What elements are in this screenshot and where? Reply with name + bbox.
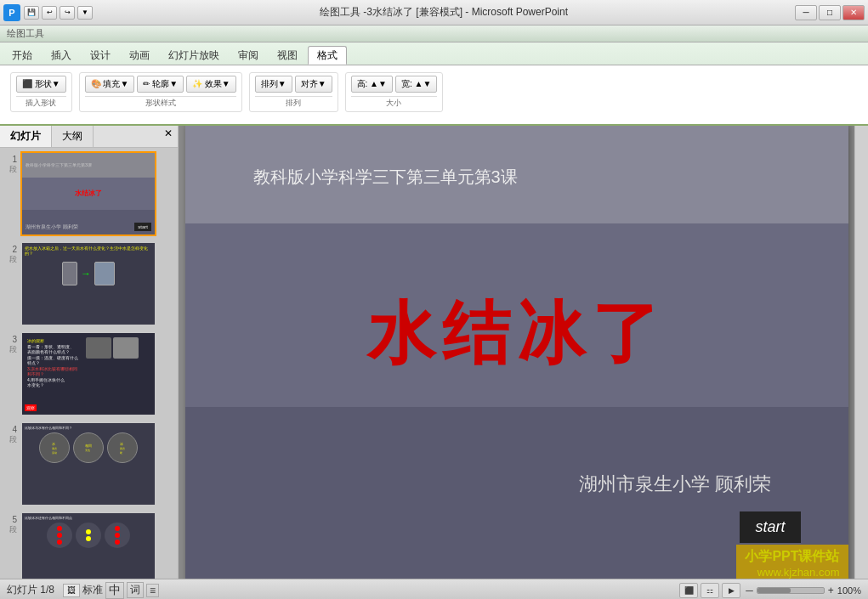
slide-5-dot2 (57, 533, 62, 538)
title-bar-left: P 💾 ↩ ↪ ▼ (3, 4, 93, 21)
slide-item-5[interactable]: 5 段 比较冰水还有什么相同和不同点 (3, 511, 174, 579)
tab-review[interactable]: 审阅 (230, 46, 267, 65)
status-word-label: 词 (127, 582, 144, 598)
slide-3-preview: 冰的观察 看一看：形状、透明度、表面颜色有什么特点？ 摸一摸：温度、硬度有什么 … (22, 333, 155, 415)
slide-2-glass (62, 262, 77, 285)
ribbon-group-insert-shapes: ⬛ 形状▼ 插入形状 (10, 72, 72, 112)
ribbon-content: ⬛ 形状▼ 插入形状 🎨 填充▼ ✏ 轮廓▼ ✨ 效果▼ 形状样式 排列▼ 对齐… (0, 65, 868, 124)
tab-slideshow[interactable]: 幻灯片放映 (160, 46, 228, 65)
width-input[interactable]: 宽: ▲▼ (395, 76, 437, 93)
shape-fill-btn[interactable]: 🎨 填充▼ (85, 76, 135, 93)
sidebar-tab-outline[interactable]: 大纲 (52, 126, 94, 147)
close-button[interactable]: ✕ (842, 5, 865, 20)
slide-author: 湖州市泉生小学 顾利荣 (579, 472, 771, 497)
ribbon-group-label-arrange: 排列 (255, 96, 332, 109)
arrange-row: 排列▼ 对齐▼ (255, 76, 332, 93)
sidebar-close-btn[interactable]: ✕ (159, 126, 178, 147)
slideshow-view-icon[interactable]: ▶ (722, 583, 740, 598)
slide-3-img2 (113, 337, 139, 359)
slide-5-item3 (105, 523, 130, 548)
slide-label-2: 段 (9, 254, 17, 265)
slide-container[interactable]: 教科版小学科学三下第三单元第3课 水结冰了 湖州市泉生小学 顾利荣 start … (185, 126, 848, 579)
slide-4-circle3-content: 冰 固态 硬 (120, 442, 125, 455)
sidebar-tab-slides[interactable]: 幻灯片 (0, 126, 52, 147)
ribbon-shapes-row: ⬛ 形状▼ (16, 76, 66, 93)
tab-start[interactable]: 开始 (3, 46, 41, 65)
maximize-button[interactable]: □ (819, 5, 841, 20)
save-quick-btn[interactable]: 💾 (24, 6, 39, 20)
status-bar: 幻灯片 1/8 🖼 标准 中 词 ≡ ⬛ ⚏ ▶ ─ + 100% (0, 579, 868, 599)
slide-num-4: 4 (3, 421, 17, 434)
zoom-minus[interactable]: ─ (746, 585, 753, 596)
slide-5-dot8 (115, 540, 120, 545)
redo-quick-btn[interactable]: ↪ (60, 6, 75, 20)
align-btn[interactable]: 对齐▼ (295, 76, 332, 93)
slide-3-badge: 观察 (25, 398, 37, 413)
slide-thumb-3[interactable]: 冰的观察 看一看：形状、透明度、表面颜色有什么特点？ 摸一摸：温度、硬度有什么 … (20, 331, 156, 416)
zoom-track[interactable] (757, 587, 825, 594)
minimize-button[interactable]: ─ (795, 5, 817, 20)
slide-5-item2-content (86, 529, 91, 541)
slide-label-3: 段 (9, 344, 17, 355)
quick-access-toolbar: 💾 ↩ ↪ ▼ (24, 6, 93, 20)
normal-view-icon[interactable]: ⬛ (679, 583, 698, 598)
slide-item-4[interactable]: 4 段 比较冰与水有什么相同和不同？ 水 液态 流动 (3, 421, 174, 506)
slide-5-dot5 (86, 536, 91, 541)
slide-item-3[interactable]: 3 段 冰的观察 看一看：形状、透明度、表面颜色有什么特点？ 摸一摸：温度、硬度… (3, 331, 174, 416)
slide-item-1[interactable]: 1 段 教科版小学科学三下第三单元第3课 水结冰了 湖州市泉生小学 顾利荣 st (3, 151, 174, 236)
slide-thumb-4[interactable]: 比较冰与水有什么相同和不同？ 水 液态 流动 (20, 421, 156, 506)
tab-animation[interactable]: 动画 (121, 46, 158, 65)
slide-item-2[interactable]: 2 段 把水放入冰箱之后，过一天后水有什么变化？生活中水是怎样变化的？ → (3, 241, 174, 326)
slide-4-circle2: 相同 无色 (73, 432, 104, 463)
tab-insert[interactable]: 插入 (43, 46, 80, 65)
slide-1-bot: 湖州市泉生小学 顾利荣 start (22, 210, 155, 235)
slide-view: 教科版小学科学三下第三单元第3课 水结冰了 湖州市泉生小学 顾利荣 start … (179, 126, 854, 579)
standard-icon: 🖼 (67, 585, 76, 595)
tab-design[interactable]: 设计 (82, 46, 119, 65)
slide-1-subtitle-thumb: 教科版小学科学三下第三单元第3课 (26, 162, 92, 167)
slide-5-item1-content (57, 526, 62, 545)
shapes-gallery-btn[interactable]: ⬛ 形状▼ (16, 76, 66, 93)
slide-5-dot6 (115, 526, 120, 531)
height-input[interactable]: 高: ▲▼ (351, 76, 393, 93)
slide-num-1: 1 (3, 151, 17, 164)
slide-5-item1 (47, 523, 72, 548)
slide-4-circle1: 水 液态 流动 (39, 432, 70, 463)
slide-5-dot7 (115, 533, 120, 538)
slides-panel[interactable]: 1 段 教科版小学科学三下第三单元第3课 水结冰了 湖州市泉生小学 顾利荣 st (0, 148, 178, 579)
undo-quick-btn[interactable]: ↩ (42, 6, 57, 20)
slide-5-row (25, 523, 152, 548)
slide-count-label: 幻灯片 1/8 (7, 583, 54, 597)
slide-num-5: 5 (3, 511, 17, 524)
slide-2-body: → (22, 258, 155, 289)
watermark-line1: 小学PPT课件站 (745, 548, 839, 566)
slide-1-mid: 水结冰了 (22, 178, 155, 210)
ribbon-group-shape-styles: 🎨 填充▼ ✏ 轮廓▼ ✨ 效果▼ 形状样式 (79, 72, 242, 112)
sorter-view-icon[interactable]: ⚏ (701, 583, 719, 598)
zoom-plus[interactable]: + (828, 585, 834, 596)
slide-1-preview: 教科版小学科学三下第三单元第3课 水结冰了 湖州市泉生小学 顾利荣 start (22, 153, 155, 235)
tab-view[interactable]: 视图 (269, 46, 306, 65)
slide-main-title[interactable]: 水结冰了 (185, 289, 848, 381)
right-scrollbar[interactable] (854, 126, 868, 579)
slide-5-item2 (76, 523, 101, 548)
slide-1-author-thumb: 湖州市泉生小学 顾利荣 (26, 223, 78, 231)
slide-2-ice (94, 262, 115, 285)
window-controls: ─ □ ✕ (795, 5, 865, 20)
app-icon: P (3, 4, 20, 21)
status-left: 幻灯片 1/8 (7, 583, 54, 597)
slide-thumb-2[interactable]: 把水放入冰箱之后，过一天后水有什么变化？生活中水是怎样变化的？ → (20, 241, 156, 326)
custom-quick-btn[interactable]: ▼ (77, 6, 93, 20)
app-icon-letter: P (9, 8, 14, 18)
slide-start-btn[interactable]: start (740, 511, 800, 543)
slide-3-text-col: 冰的观察 看一看：形状、透明度、表面颜色有什么特点？ 摸一摸：温度、硬度有什么 … (25, 336, 81, 391)
shape-outline-btn[interactable]: ✏ 轮廓▼ (137, 76, 184, 93)
tab-format[interactable]: 格式 (308, 46, 347, 65)
drawing-tools-label: 绘图工具 (7, 27, 44, 40)
shape-effect-btn[interactable]: ✨ 效果▼ (186, 76, 236, 93)
arrange-btn[interactable]: 排列▼ (255, 76, 292, 93)
slide-4-circle3: 冰 固态 硬 (107, 432, 138, 463)
slide-thumb-5[interactable]: 比较冰水还有什么相同和不同点 (20, 511, 156, 579)
slide-thumb-1[interactable]: 教科版小学科学三下第三单元第3课 水结冰了 湖州市泉生小学 顾利荣 start (20, 151, 156, 236)
slide-3-text: 冰的观察 看一看：形状、透明度、表面颜色有什么特点？ 摸一摸：温度、硬度有什么 … (25, 336, 81, 391)
